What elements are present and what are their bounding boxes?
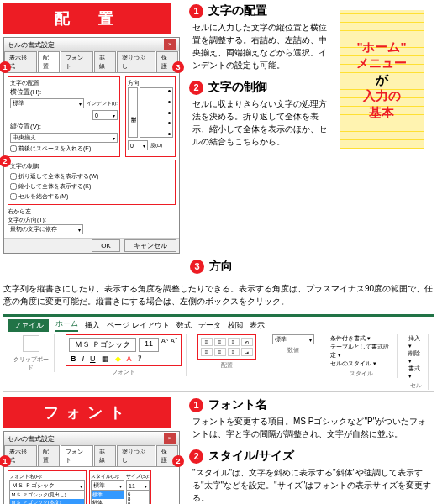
align-left-icon[interactable]: ≡ (201, 348, 213, 356)
fbadge-1: 1 (189, 398, 203, 412)
paste-icon[interactable] (23, 335, 39, 352)
ribbon-font-size[interactable]: 11 (139, 338, 159, 352)
vertical-text-box[interactable]: 文字列 (128, 87, 138, 138)
close-icon[interactable]: × (164, 39, 176, 50)
ribbon-tab-data[interactable]: データ (198, 320, 221, 331)
marker-3: 3 (172, 61, 184, 73)
dialog-tabs: 表示形式 配置 フォント 罫線 塗りつぶし 保護 (4, 51, 179, 73)
desc2-title: 文字の制御 (208, 80, 267, 95)
text-align-label: 文字の配置 (10, 79, 118, 87)
ribbon-tab-insert[interactable]: 挿入 (85, 320, 100, 331)
badge-3: 3 (190, 260, 204, 274)
border-button[interactable]: ▦ (100, 354, 111, 363)
text-ctrl-label: 文字の制御 (10, 162, 173, 171)
dialog-title: セルの書式設定 (8, 40, 55, 50)
align-right-icon[interactable]: ≡ (228, 348, 240, 356)
shrink-font-icon[interactable]: A˅ (171, 338, 178, 352)
desc1-text: セルに入力した文字の縦位置と横位置を調整する。右詰め、左詰め、中央揃え、両端揃え… (189, 21, 332, 71)
font-color-button[interactable]: A (125, 354, 134, 363)
tab-font[interactable]: フォント (61, 51, 93, 72)
size-input[interactable]: 11 (126, 480, 150, 491)
tab2-font[interactable]: フォント (61, 445, 93, 466)
ribbon-tab-view[interactable]: 表示 (250, 320, 265, 331)
alignment-banner: 配 置 (3, 3, 171, 34)
align-mid-icon[interactable]: ≡ (214, 338, 226, 346)
style-list[interactable]: 標準 斜体 太字 太字 斜体 (91, 491, 124, 504)
fmarker-2: 2 (172, 455, 184, 467)
chk-shrink[interactable] (10, 183, 17, 190)
badge-1: 1 (189, 4, 203, 18)
ribbon-align-group: ≡ ≡ ≡ ⟲ ≡ ≡ ≡ ⇥ (197, 334, 256, 360)
angle-dial[interactable] (140, 87, 173, 138)
fdesc2-text: "スタイル"は、文字を斜めに表示する"斜体"や強調して表示する"太字"などを設定… (189, 466, 434, 504)
delete-cell-button[interactable]: 削除 ▾ (408, 349, 424, 365)
cell-style-button[interactable]: セルのスタイル ▾ (330, 360, 392, 368)
ribbon-tab-home[interactable]: ホーム (55, 318, 78, 332)
dialog2-title: セルの書式設定 (8, 434, 55, 444)
rtl-combo[interactable]: 最初の文字に依存 (8, 224, 83, 234)
phonetic-button[interactable]: ｱ (136, 354, 144, 363)
fdesc1-text: フォントを変更する項目。MS Pゴシックなど"P"がついたフォントは、字と字の間… (189, 415, 434, 440)
desc3-title: 方向 (209, 259, 233, 274)
align-bot-icon[interactable]: ≡ (228, 338, 240, 346)
tab-border[interactable]: 罫線 (94, 51, 116, 72)
tab-fill[interactable]: 塗りつぶし (117, 51, 155, 72)
italic-button[interactable]: I (80, 354, 86, 363)
align-top-icon[interactable]: ≡ (201, 338, 213, 346)
fbadge-2: 2 (189, 449, 203, 464)
format-cells-dialog-alignment: 1 2 3 セルの書式設定 × 表示形式 配置 フォント 罫線 塗りつぶし 保護… (3, 37, 180, 254)
chk-merge[interactable] (10, 193, 17, 200)
ribbon-tab-file[interactable]: ファイル (8, 319, 49, 332)
badge-2: 2 (189, 81, 203, 95)
align-center-icon[interactable]: ≡ (214, 348, 226, 356)
size-list[interactable]: 6 8 9 10 11 (126, 491, 150, 504)
table-format-button[interactable]: テーブルとして書式設定 ▾ (330, 343, 392, 360)
insert-cell-button[interactable]: 挿入 ▾ (408, 334, 424, 349)
ribbon-font-name[interactable]: ＭＳ Ｐゴシック (69, 338, 136, 352)
font-name-input[interactable]: ＭＳ Ｐゴシック (9, 480, 85, 491)
format-cells-dialog-font: 1 2 3 4 セルの書式設定 × 表示形式 配置 フォント 罫線 塗りつぶし … (3, 431, 180, 504)
desc1-title: 文字の配置 (208, 3, 267, 18)
excel-ribbon: ファイル ホーム 挿入 ページ レイアウト 数式 データ 校閲 表示 クリップボ… (3, 314, 434, 392)
desc3-text: 文字列を縦書きにしたり、表示する角度を調整したりできる。表示する角度は、プラスマ… (3, 282, 434, 307)
number-format-combo[interactable]: 標準 (272, 334, 314, 344)
vert-label: 縦位置(V): (10, 123, 41, 130)
tab2-align[interactable]: 配置 (38, 445, 60, 466)
tab2-fill[interactable]: 塗りつぶし (117, 445, 155, 466)
horiz-label: 横位置(H): (10, 88, 41, 96)
tab2-border[interactable]: 罫線 (94, 445, 116, 466)
horiz-combo[interactable]: 標準 (10, 98, 84, 108)
cancel-button[interactable]: キャンセル (124, 239, 176, 252)
underline-button[interactable]: U (88, 354, 97, 363)
chk-wrap[interactable] (10, 173, 17, 180)
highlight-box: "ホーム" メニュー が 入力の 基本 (340, 10, 424, 149)
style-input[interactable]: 標準 (91, 480, 124, 491)
orientation-icon[interactable]: ⟲ (241, 338, 253, 346)
bold-button[interactable]: B (69, 354, 78, 363)
ok-button[interactable]: OK (92, 239, 120, 252)
degree-spin[interactable]: 0 (128, 140, 148, 150)
desc2-text: セルに収まりきらない文字の処理方法を決める。折り返して全体を表示、縮小して全体を… (189, 97, 332, 148)
ribbon-tab-layout[interactable]: ページ レイアウト (107, 320, 170, 331)
direction-label: 方向 (128, 79, 173, 87)
format-cell-button[interactable]: 書式 ▾ (408, 365, 424, 380)
close-icon[interactable]: × (164, 433, 176, 444)
grow-font-icon[interactable]: A^ (161, 338, 168, 352)
indent-spin[interactable]: 0 (92, 110, 118, 120)
font-banner: フォント (3, 397, 171, 428)
chk-distribute[interactable] (10, 145, 17, 152)
font-name-list[interactable]: ＭＳ Ｐゴシック(見出し) ＭＳ Ｐゴシック(本文) HGPｺﾞｼｯｸE HGP… (9, 491, 85, 504)
ribbon-tab-formula[interactable]: 数式 (176, 320, 192, 331)
fill-color-button[interactable]: ◆ (113, 354, 123, 363)
cond-format-button[interactable]: 条件付き書式 ▾ (330, 334, 392, 343)
fdesc2-title: スタイル/サイズ (208, 449, 294, 464)
vert-combo[interactable]: 中央揃え (10, 133, 118, 143)
indent-icon[interactable]: ⇥ (241, 348, 253, 356)
fdesc1-title: フォント名 (208, 397, 267, 412)
tab-alignment[interactable]: 配置 (38, 51, 60, 72)
ribbon-tab-review[interactable]: 校閲 (228, 320, 243, 331)
ribbon-font-group: ＭＳ Ｐゴシック 11 A^ A˅ B I U ▦ ◆ A ｱ (66, 334, 182, 366)
